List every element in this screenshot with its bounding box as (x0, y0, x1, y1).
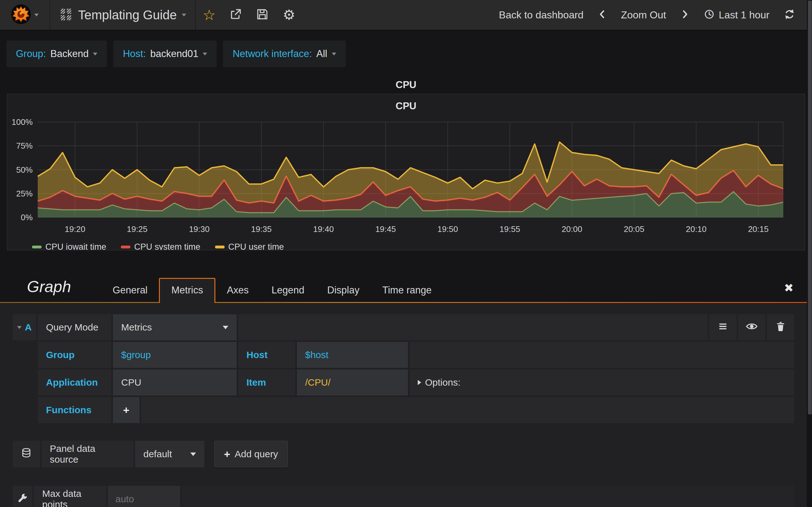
group-value-field[interactable]: $group (113, 342, 237, 368)
x-axis-tick: 19:30 (189, 224, 210, 234)
scrollbar-thumb[interactable] (808, 1, 812, 414)
functions-row-filler (141, 397, 794, 423)
application-value-field[interactable]: CPU (113, 370, 237, 395)
item-label: Item (238, 370, 295, 395)
tab-display[interactable]: Display (316, 279, 371, 303)
group-host-row-filler (409, 342, 794, 368)
eye-icon (745, 320, 758, 335)
add-function-button[interactable]: + (113, 397, 140, 423)
chevron-right-icon (680, 9, 690, 21)
back-to-dashboard-button[interactable]: Back to dashboard (492, 9, 591, 21)
datasource-select[interactable]: default (135, 441, 204, 467)
datasource-row: Panel data source default + Add query (13, 441, 794, 467)
query-toggle-visibility-button[interactable] (738, 314, 765, 340)
trash-icon (775, 321, 786, 334)
legend-swatch (32, 245, 42, 248)
tab-time-range[interactable]: Time range (371, 279, 443, 303)
variable-value: backend01 (150, 48, 199, 60)
query-ref-id: A (25, 322, 32, 333)
wrench-cell (13, 486, 32, 507)
graph-panel: CPU 0%25%50%75%100%19:2019:2519:3019:351… (7, 94, 805, 250)
variable-host[interactable]: Host:backend01 (113, 41, 217, 67)
share-icon (229, 8, 242, 22)
save-button[interactable] (249, 0, 275, 30)
y-axis-tick: 100% (12, 117, 33, 127)
editor-accent-line (0, 302, 812, 303)
chevron-left-icon (598, 9, 607, 21)
grafana-logo-icon (11, 4, 31, 26)
datasource-icon-cell (13, 441, 40, 467)
variable-value: Backend (50, 48, 89, 60)
refresh-icon (783, 8, 796, 21)
dashboard-title-caret (182, 14, 186, 16)
time-shift-left-button[interactable] (591, 9, 614, 21)
query-row-filler (238, 314, 708, 340)
page-scrollbar (807, 0, 812, 507)
query-collapse-toggle[interactable]: A (13, 314, 36, 340)
hamburger-icon (717, 321, 728, 334)
star-icon: ☆ (203, 8, 216, 22)
query-editor: A Query Mode Metrics (13, 314, 794, 423)
y-axis-tick: 75% (16, 141, 33, 151)
item-value-field[interactable]: /CPU/ (297, 370, 408, 395)
max-data-points-input[interactable] (108, 486, 180, 507)
editor-tabs: GeneralMetricsAxesLegendDisplayTime rang… (101, 278, 443, 303)
max-data-points-row: Max data points (13, 486, 794, 507)
variable-group[interactable]: Group:Backend (6, 41, 107, 67)
x-axis-tick: 19:25 (127, 224, 148, 234)
panel-type-label: Graph (27, 278, 71, 296)
legend-item-cpu-system-time[interactable]: CPU system time (121, 242, 200, 250)
variable-label: Host: (123, 48, 146, 60)
metrics-tab-content: A Query Mode Metrics (0, 303, 812, 507)
grafana-logo[interactable] (0, 0, 50, 30)
zoom-out-button[interactable]: Zoom Out (614, 9, 673, 21)
dashboard-title-menu[interactable]: Templating Guide (50, 0, 196, 30)
query-delete-button[interactable] (767, 314, 794, 340)
x-axis-tick: 19:40 (313, 224, 334, 234)
legend-label: CPU system time (134, 242, 200, 250)
tab-axes[interactable]: Axes (215, 279, 260, 303)
x-axis-tick: 20:15 (748, 224, 768, 234)
legend-label: CPU user time (229, 242, 284, 250)
gear-icon: ⚙ (283, 8, 295, 22)
time-picker-button[interactable]: Last 1 hour (697, 9, 776, 21)
panel-fullscreen-title: CPU (0, 77, 812, 94)
panel-title[interactable]: CPU (7, 94, 805, 112)
legend-item-cpu-iowait-time[interactable]: CPU iowait time (32, 242, 106, 250)
query-mode-label: Query Mode (38, 314, 111, 340)
dashboard-title: Templating Guide (78, 8, 177, 22)
x-axis-tick: 19:45 (375, 224, 396, 234)
query-mode-caret (223, 326, 229, 329)
share-button[interactable] (222, 0, 249, 30)
options-toggle[interactable]: Options: (418, 377, 461, 388)
star-button[interactable]: ☆ (196, 0, 222, 30)
variable-network-interface[interactable]: Network interface:All (223, 41, 345, 67)
time-shift-right-button[interactable] (673, 9, 697, 21)
panel-editor-header: Graph GeneralMetricsAxesLegendDisplayTim… (0, 250, 812, 303)
legend-label: CPU iowait time (45, 242, 106, 250)
x-axis-tick: 19:20 (65, 224, 85, 234)
wrench-icon (17, 493, 28, 506)
tab-metrics[interactable]: Metrics (159, 278, 215, 303)
tab-legend[interactable]: Legend (260, 279, 316, 303)
refresh-button[interactable] (776, 8, 803, 21)
legend-item-cpu-user-time[interactable]: CPU user time (215, 242, 284, 250)
host-value-field[interactable]: $host (297, 342, 408, 368)
functions-label: Functions (38, 397, 111, 423)
x-axis-tick: 19:35 (251, 224, 271, 234)
query-mode-select[interactable]: Metrics (113, 314, 237, 340)
settings-button[interactable]: ⚙ (275, 0, 302, 30)
tab-general[interactable]: General (101, 279, 159, 303)
x-axis-tick: 19:55 (500, 224, 520, 234)
variable-caret (93, 53, 97, 55)
navbar-right: Back to dashboard Zoom Out Last 1 hour (492, 0, 812, 30)
x-axis-tick: 20:05 (623, 224, 644, 234)
chart-canvas[interactable]: 0%25%50%75%100%19:2019:2519:3019:3519:40… (7, 112, 804, 239)
navbar: Templating Guide ☆ ⚙ Back to dashboard (0, 0, 812, 31)
variable-label: Network interface: (233, 48, 312, 60)
query-menu-button[interactable] (709, 314, 737, 340)
close-editor-button[interactable]: ✖ (784, 281, 794, 295)
options-caret-icon (418, 380, 421, 385)
add-query-button[interactable]: + Add query (214, 441, 288, 467)
variable-caret (203, 53, 207, 55)
